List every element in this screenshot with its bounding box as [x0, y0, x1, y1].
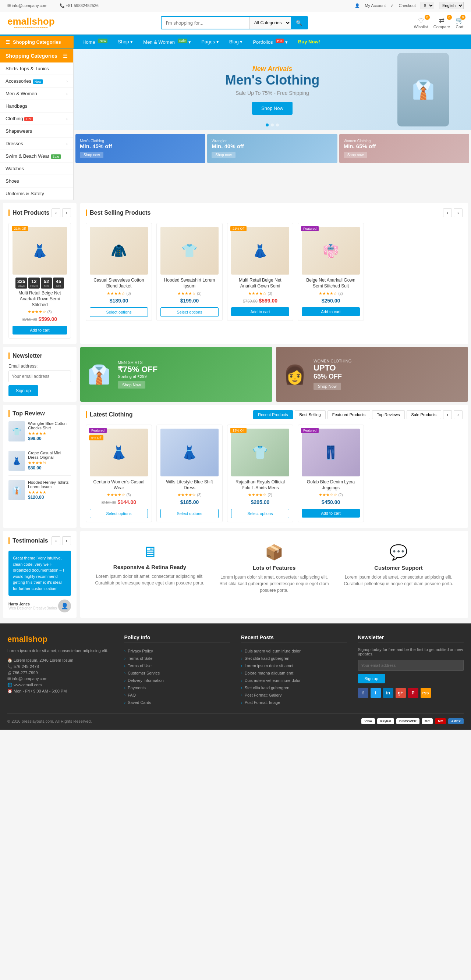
- hot-prev-arrow[interactable]: ‹: [51, 208, 60, 217]
- footer-signup-button[interactable]: Sign up: [358, 674, 385, 683]
- twitter-icon[interactable]: t: [370, 688, 381, 698]
- sidebar-item-accessories[interactable]: Accessories New›: [0, 75, 73, 88]
- bestsell-btn-2[interactable]: Select options: [160, 307, 219, 317]
- latest-price-3: $205.00: [231, 499, 289, 505]
- my-account-link[interactable]: 👤 My Account: [355, 3, 386, 8]
- promo-women-btn[interactable]: Shop Now: [313, 383, 341, 390]
- testimonials-next[interactable]: ›: [62, 536, 71, 545]
- logo[interactable]: emallshop ~~~~~~~~~~~~~~~~: [7, 16, 55, 30]
- latest-prev-arrow[interactable]: ‹: [443, 410, 452, 419]
- promo1-link[interactable]: Shop now: [80, 152, 104, 158]
- tab-featured[interactable]: Featured Products: [327, 410, 370, 419]
- post-item-6[interactable]: Stet clita kasd gubergren: [241, 684, 347, 692]
- currency-dropdown[interactable]: $: [421, 2, 434, 9]
- newsletter-signup-button[interactable]: Sign up: [8, 385, 38, 396]
- nav-item-home[interactable]: Home New: [77, 35, 113, 49]
- post-item-2[interactable]: Stet clita kasd gubergren: [241, 655, 347, 662]
- promo3-link[interactable]: Shop now: [344, 152, 367, 158]
- tab-top-reviews[interactable]: Top Reviews: [372, 410, 404, 419]
- sidebar-item-watches[interactable]: Watches: [0, 162, 73, 175]
- footer-newsletter-input[interactable]: [358, 660, 464, 671]
- post-item-gallery[interactable]: Post Format: Gallery: [241, 692, 347, 699]
- post-item-4[interactable]: Dolore magna aliquam erat: [241, 670, 347, 677]
- sidebar-item-shoes[interactable]: Shoes: [0, 175, 73, 188]
- latest-btn-3[interactable]: Select options: [231, 509, 289, 518]
- nav-link-buy[interactable]: Buy Now!: [293, 35, 325, 49]
- promo2-link[interactable]: Shop now: [212, 152, 235, 158]
- policy-item-payments[interactable]: Payments: [125, 684, 230, 692]
- bestsell-prev-arrow[interactable]: ‹: [443, 208, 452, 217]
- bestsell-next-arrow[interactable]: ›: [454, 208, 463, 217]
- language-dropdown[interactable]: English: [439, 2, 464, 9]
- sidebar-item-shirts[interactable]: Shirts Tops & Tunics: [0, 62, 73, 75]
- nav-link-blog[interactable]: Blog ▾: [224, 35, 248, 49]
- review-info-1: Wrangler Blue Cotton Checks Shirt ★★★★★ …: [28, 421, 71, 441]
- category-select[interactable]: All Categories: [249, 17, 291, 29]
- sidebar-item-handbags[interactable]: Handbags: [0, 100, 73, 113]
- tab-sale[interactable]: Sale Products: [407, 410, 441, 419]
- tab-recent-products[interactable]: Recent Products: [253, 410, 292, 419]
- categories-toggle[interactable]: ☰ Shopping Categories: [0, 36, 73, 49]
- hero-dot-3[interactable]: [276, 124, 279, 126]
- nav-item-blog[interactable]: Blog ▾: [224, 35, 248, 49]
- facebook-icon[interactable]: f: [358, 688, 368, 698]
- testimonials-prev[interactable]: ‹: [51, 536, 60, 545]
- policy-item-saved[interactable]: Saved Cards: [125, 699, 230, 706]
- nav-item-pages[interactable]: Pages ▾: [196, 35, 224, 49]
- post-item-3[interactable]: Lorem ipsum dolor sit amet: [241, 662, 347, 670]
- search-input[interactable]: [161, 17, 249, 29]
- policy-item-customer[interactable]: Customer Service: [125, 670, 230, 677]
- policy-item-terms-sale[interactable]: Terms of Sale: [125, 655, 230, 662]
- hero-dot-1[interactable]: [266, 124, 268, 126]
- nav-link-home[interactable]: Home New: [77, 35, 113, 49]
- policy-item-delivery[interactable]: Delivery Information: [125, 677, 230, 684]
- latest-next-arrow[interactable]: ›: [454, 410, 463, 419]
- nav-link-men-women[interactable]: Men & Women Sale ▾: [138, 35, 196, 49]
- bestsell-btn-3[interactable]: Add to cart: [231, 307, 289, 316]
- sidebar-item-swim[interactable]: Swim & Beach Wear Sale: [0, 150, 73, 162]
- sidebar-item-dresses[interactable]: Dresses›: [0, 137, 73, 150]
- latest-btn-1[interactable]: Select options: [90, 509, 148, 518]
- nav-link-shop[interactable]: Shop ▾: [113, 35, 138, 49]
- sidebar-item-men-women[interactable]: Men & Women›: [0, 88, 73, 100]
- nav-item-men-women[interactable]: Men & Women Sale ▾: [138, 35, 196, 49]
- search-button[interactable]: 🔍: [291, 17, 307, 29]
- post-item-5[interactable]: Duis autem vel eum iriure dolor: [241, 677, 347, 684]
- policy-item-terms-use[interactable]: Terms of Use: [125, 662, 230, 670]
- post-item-image[interactable]: Post Format: Image: [241, 699, 347, 706]
- sidebar-item-uniforms[interactable]: Uniforms & Safety: [0, 188, 73, 200]
- nav-item-portfolios[interactable]: Portfolios Hot ▾: [247, 35, 292, 49]
- sidebar-item-shapewears[interactable]: Shapewears: [0, 125, 73, 137]
- policy-item-faq[interactable]: FAQ: [125, 692, 230, 699]
- rss-icon[interactable]: rss: [421, 688, 431, 698]
- tab-best-selling[interactable]: Best Selling: [295, 410, 326, 419]
- feature-support-title: Customer Support: [342, 565, 455, 571]
- nav-link-portfolios[interactable]: Portfolios Hot ▾: [247, 35, 292, 49]
- googleplus-icon[interactable]: g+: [396, 688, 406, 698]
- post-item-1[interactable]: Duis autem vel eum iriure dolor: [241, 648, 347, 655]
- nav-item-buy[interactable]: Buy Now!: [293, 35, 325, 49]
- newsletter-input[interactable]: [8, 371, 71, 382]
- cart-icon-btn[interactable]: 🛒 0 Cart: [455, 16, 464, 29]
- checkout-link[interactable]: ✓ Checkout: [390, 3, 416, 8]
- wishlist-icon-btn[interactable]: ♡ 0 Wishlist: [414, 16, 428, 29]
- linkedin-icon[interactable]: in: [383, 688, 393, 698]
- pinterest-icon[interactable]: P: [408, 688, 418, 698]
- nav-link-pages[interactable]: Pages ▾: [196, 35, 224, 49]
- language-select[interactable]: English: [439, 3, 464, 8]
- hero-shop-button[interactable]: Shop Now: [252, 102, 292, 115]
- hero-dot-2[interactable]: [271, 124, 274, 126]
- bestsell-btn-1[interactable]: Select options: [90, 307, 148, 317]
- promo-men-btn[interactable]: Shop Now: [118, 381, 145, 388]
- latest-btn-4[interactable]: Add to cart: [302, 509, 360, 517]
- footer-logo[interactable]: emallshop: [7, 635, 113, 644]
- compare-icon-btn[interactable]: ⇄ 0 Compare: [433, 16, 450, 29]
- hot-product-cart-button[interactable]: Add to cart: [13, 326, 67, 334]
- bestsell-btn-4[interactable]: Add to cart: [302, 307, 360, 316]
- latest-btn-2[interactable]: Select options: [160, 509, 219, 518]
- sidebar-item-clothing[interactable]: Clothing Hot›: [0, 113, 73, 125]
- nav-item-shop[interactable]: Shop ▾: [113, 35, 138, 49]
- policy-item-privacy[interactable]: Privacy Policy: [125, 648, 230, 655]
- hot-next-arrow[interactable]: ›: [62, 208, 71, 217]
- currency-select[interactable]: $: [421, 3, 435, 8]
